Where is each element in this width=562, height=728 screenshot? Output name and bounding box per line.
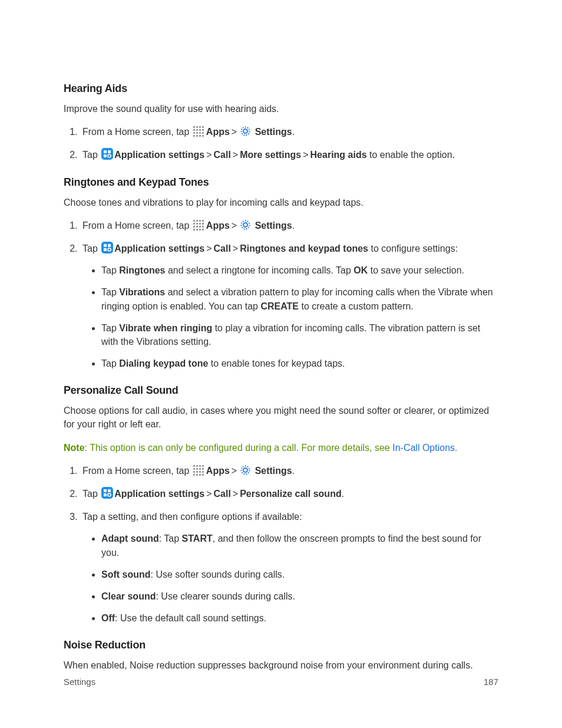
svg-point-62 xyxy=(242,466,250,474)
application-settings-icon xyxy=(101,148,113,160)
application-settings-icon xyxy=(101,487,113,499)
svg-rect-59 xyxy=(196,474,198,476)
svg-rect-36 xyxy=(196,229,198,230)
svg-rect-60 xyxy=(199,474,201,476)
svg-rect-18 xyxy=(101,148,113,160)
list-item: Tap Ringtones and select a ringtone for … xyxy=(101,263,498,277)
svg-rect-10 xyxy=(199,132,201,134)
svg-rect-52 xyxy=(199,468,201,470)
svg-rect-64 xyxy=(101,487,113,499)
svg-rect-14 xyxy=(199,135,201,137)
settings-gear-icon xyxy=(240,465,251,476)
svg-rect-67 xyxy=(104,493,107,496)
svg-rect-24 xyxy=(196,220,198,222)
svg-point-17 xyxy=(243,129,247,133)
svg-rect-43 xyxy=(108,244,111,247)
svg-point-40 xyxy=(243,223,247,227)
svg-rect-12 xyxy=(193,135,195,137)
svg-rect-15 xyxy=(202,135,204,137)
svg-rect-46 xyxy=(193,465,195,467)
list-item: Adapt sound: Tap START, and then follow … xyxy=(101,532,498,559)
list-item: Tap Vibrate when ringing to play a vibra… xyxy=(101,321,498,348)
page-footer: Settings 187 xyxy=(64,677,498,687)
svg-rect-48 xyxy=(199,465,201,467)
svg-point-39 xyxy=(242,220,250,229)
intro-hearing-aids: Improve the sound quality for use with h… xyxy=(64,102,498,116)
list-item: Tap Dialing keypad tone to enable tones … xyxy=(101,357,498,370)
section-noise: Noise Reduction When enabled, Noise redu… xyxy=(64,639,498,672)
apps-grid-icon xyxy=(193,126,205,137)
svg-rect-13 xyxy=(196,135,198,137)
step-2: Tap Application settings>Call>Personaliz… xyxy=(80,487,498,500)
svg-rect-19 xyxy=(104,150,107,153)
substeps-ringtones: Tap Ringtones and select a ringtone for … xyxy=(82,263,498,370)
svg-rect-9 xyxy=(196,132,198,134)
application-settings-icon xyxy=(101,242,113,253)
svg-rect-41 xyxy=(101,242,113,253)
settings-gear-icon xyxy=(240,219,251,230)
svg-rect-66 xyxy=(108,489,111,492)
svg-rect-21 xyxy=(104,154,107,157)
svg-rect-35 xyxy=(193,229,195,230)
svg-rect-6 xyxy=(199,129,201,131)
svg-rect-57 xyxy=(202,471,204,473)
list-item: Clear sound: Use clearer sounds during c… xyxy=(101,589,498,603)
page-content: Hearing Aids Improve the sound quality f… xyxy=(0,0,562,728)
intro-noise: When enabled, Noise reduction suppresses… xyxy=(64,658,498,672)
step-2: Tap Application settings>Call>More setti… xyxy=(80,148,498,162)
svg-rect-34 xyxy=(202,226,204,228)
svg-rect-8 xyxy=(193,132,195,134)
svg-rect-33 xyxy=(199,226,201,228)
heading-personalize: Personalize Call Sound xyxy=(64,384,498,397)
svg-rect-7 xyxy=(202,129,204,131)
svg-rect-27 xyxy=(193,223,195,225)
svg-rect-55 xyxy=(196,471,198,473)
svg-rect-1 xyxy=(196,126,198,128)
svg-rect-29 xyxy=(199,223,201,225)
svg-rect-23 xyxy=(193,220,195,222)
svg-rect-42 xyxy=(104,244,107,247)
svg-rect-31 xyxy=(193,226,195,228)
steps-hearing-aids: From a Home screen, tap Apps> Settings. … xyxy=(64,125,498,162)
svg-rect-37 xyxy=(199,229,201,230)
svg-rect-3 xyxy=(202,126,204,128)
link-in-call-options[interactable]: In-Call Options xyxy=(392,443,455,453)
svg-rect-20 xyxy=(108,150,111,153)
svg-point-63 xyxy=(243,468,247,472)
list-item: Off: Use the default call sound settings… xyxy=(101,611,498,625)
svg-rect-38 xyxy=(202,229,204,230)
intro-personalize: Choose options for call audio, in cases … xyxy=(64,404,498,431)
svg-rect-44 xyxy=(104,248,107,251)
svg-rect-30 xyxy=(202,223,204,225)
svg-rect-25 xyxy=(199,220,201,222)
apps-grid-icon xyxy=(193,465,205,476)
step-1: From a Home screen, tap Apps> Settings. xyxy=(80,464,498,477)
section-ringtones: Ringtones and Keypad Tones Choose tones … xyxy=(64,176,498,371)
svg-rect-32 xyxy=(196,226,198,228)
settings-gear-icon xyxy=(240,126,251,137)
list-item: Tap Vibrations and select a vibration pa… xyxy=(101,285,498,312)
svg-rect-61 xyxy=(202,474,204,476)
list-item: Soft sound: Use softer sounds during cal… xyxy=(101,568,498,581)
note-personalize: Note: This option is can only be configu… xyxy=(64,441,498,454)
svg-rect-26 xyxy=(202,220,204,222)
svg-rect-54 xyxy=(193,471,195,473)
heading-ringtones: Ringtones and Keypad Tones xyxy=(64,176,498,189)
section-personalize: Personalize Call Sound Choose options fo… xyxy=(64,384,498,625)
step-1: From a Home screen, tap Apps> Settings. xyxy=(80,219,498,232)
svg-rect-56 xyxy=(199,471,201,473)
svg-rect-5 xyxy=(196,129,198,131)
steps-ringtones: From a Home screen, tap Apps> Settings. … xyxy=(64,219,498,371)
step-1: From a Home screen, tap Apps> Settings. xyxy=(80,125,498,139)
heading-hearing-aids: Hearing Aids xyxy=(64,83,498,95)
step-3: Tap a setting, and then configure option… xyxy=(80,510,498,625)
svg-rect-51 xyxy=(196,468,198,470)
svg-rect-50 xyxy=(193,468,195,470)
svg-rect-11 xyxy=(202,132,204,134)
section-hearing-aids: Hearing Aids Improve the sound quality f… xyxy=(64,83,498,162)
svg-rect-2 xyxy=(199,126,201,128)
svg-rect-28 xyxy=(196,223,198,225)
footer-page-number: 187 xyxy=(484,677,498,687)
steps-personalize: From a Home screen, tap Apps> Settings. … xyxy=(64,464,498,625)
footer-section-name: Settings xyxy=(64,677,95,687)
